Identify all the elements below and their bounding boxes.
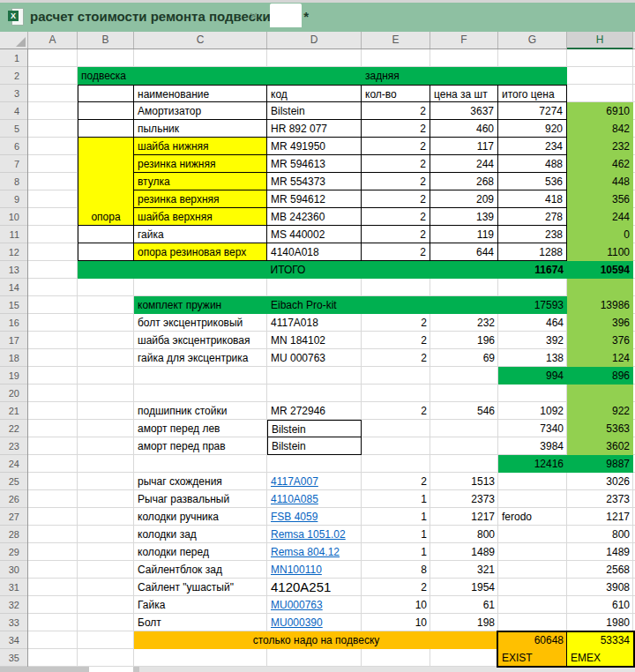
cell-C32[interactable]: Гайка xyxy=(134,596,267,614)
cell-D18[interactable]: MU 000763 xyxy=(267,349,362,367)
cell-E11[interactable]: 2 xyxy=(362,226,430,243)
row-header-14[interactable]: 14 xyxy=(0,279,27,296)
cell-F21[interactable]: 546 xyxy=(430,402,498,420)
cell-F25[interactable]: 1513 xyxy=(430,473,498,490)
row-header-29[interactable]: 29 xyxy=(0,543,27,561)
cell-E29[interactable]: 1 xyxy=(362,543,430,561)
cell-G13[interactable]: 11674 xyxy=(498,261,567,279)
cell-C3[interactable]: наименование xyxy=(134,85,267,102)
row-header-2[interactable]: 2 xyxy=(0,67,27,85)
cell-E32[interactable]: 10 xyxy=(362,596,430,614)
col-header-B[interactable]: B xyxy=(78,32,134,49)
cell-D12[interactable]: 4140A018 xyxy=(267,243,362,261)
cell-H20[interactable] xyxy=(567,385,633,402)
row-header-27[interactable]: 27 xyxy=(0,508,27,526)
row-header-1[interactable]: 1 xyxy=(0,49,27,67)
cell-C17[interactable]: шайба эксцентриковая xyxy=(134,332,267,349)
cell-H30[interactable]: 2568 xyxy=(567,561,633,579)
cell-D29[interactable]: Remsa 804.12 xyxy=(267,543,362,561)
cell-E30[interactable]: 8 xyxy=(362,561,430,579)
cell-C33[interactable]: Болт xyxy=(134,614,267,631)
cell-E7[interactable]: 2 xyxy=(362,155,430,173)
cell-H31[interactable]: 3908 xyxy=(567,579,633,596)
cell-F30[interactable]: 321 xyxy=(430,561,498,579)
cell-C34[interactable]: столько надо на подвеску xyxy=(134,631,498,649)
cell-B12[interactable] xyxy=(78,243,134,261)
cell-C7[interactable]: резинка нижняя xyxy=(134,155,267,173)
cell-D25[interactable]: 4117A007 xyxy=(267,473,362,490)
row-header-21[interactable]: 21 xyxy=(0,402,27,420)
cell-D7[interactable]: MR 594613 xyxy=(267,155,362,173)
cell-G19[interactable]: 994 xyxy=(498,367,567,385)
cell-G3[interactable]: итого цена xyxy=(498,85,567,102)
row-header-19[interactable]: 19 xyxy=(0,367,27,385)
cell-H27[interactable]: 1217 xyxy=(567,508,633,526)
new-tab-stub[interactable] xyxy=(270,4,302,27)
cell-E6[interactable]: 2 xyxy=(362,138,430,155)
cell-G9[interactable]: 418 xyxy=(498,190,567,208)
row-header-9[interactable]: 9 xyxy=(0,190,27,208)
row-header-8[interactable]: 8 xyxy=(0,173,27,190)
cell-H29[interactable]: 1489 xyxy=(567,543,633,561)
cell-H15[interactable]: 13986 xyxy=(567,296,633,314)
cell-E10[interactable]: 2 xyxy=(362,208,430,226)
cell-D27[interactable]: FSB 4059 xyxy=(267,508,362,526)
cell-H10[interactable]: 244 xyxy=(567,208,633,226)
cell-E17[interactable]: 2 xyxy=(362,332,430,349)
cell-F26[interactable]: 2373 xyxy=(430,490,498,508)
row-header-30[interactable]: 30 xyxy=(0,561,27,579)
cell-C8[interactable]: втулка xyxy=(134,173,267,190)
cell-H6[interactable]: 232 xyxy=(567,138,633,155)
cell-F10[interactable]: 139 xyxy=(430,208,498,226)
cell-D3[interactable]: код xyxy=(267,85,362,102)
row-header-31[interactable]: 31 xyxy=(0,579,27,596)
cell-H24[interactable]: 9887 xyxy=(567,455,633,473)
cell-C23[interactable]: аморт перед прав xyxy=(134,437,267,455)
cell-F5[interactable]: 460 xyxy=(430,120,498,138)
row-header-23[interactable]: 23 xyxy=(0,437,27,455)
row-header-13[interactable]: 13 xyxy=(0,261,27,279)
cell-E3[interactable]: кол-во xyxy=(362,85,430,102)
cell-F11[interactable]: 119 xyxy=(430,226,498,243)
col-header-F[interactable]: F xyxy=(430,32,498,49)
row-header-11[interactable]: 11 xyxy=(0,226,27,243)
row-header-6[interactable]: 6 xyxy=(0,138,27,155)
cell-G10[interactable]: 278 xyxy=(498,208,567,226)
cell-E2[interactable]: задняя xyxy=(362,67,567,85)
row-header-20[interactable]: 20 xyxy=(0,385,27,402)
cell-H8[interactable]: 448 xyxy=(567,173,633,190)
cell-H12[interactable]: 1100 xyxy=(567,243,633,261)
cell-D5[interactable]: HR 892 077 xyxy=(267,120,362,138)
cell-B2[interactable]: подвеска xyxy=(78,67,362,85)
cell-E33[interactable]: 10 xyxy=(362,614,430,631)
cell-F17[interactable]: 196 xyxy=(430,332,498,349)
cell-D23[interactable]: Bilstein xyxy=(267,437,362,455)
cell-B6[interactable]: опора xyxy=(78,138,134,226)
cell-C26[interactable]: Рычаг развальный xyxy=(134,490,267,508)
cell-B3[interactable] xyxy=(78,85,134,102)
row-header-24[interactable]: 24 xyxy=(0,455,27,473)
cell-C22[interactable]: аморт перед лев xyxy=(134,420,267,437)
cell-C11[interactable]: гайка xyxy=(134,226,267,243)
cell-F6[interactable]: 117 xyxy=(430,138,498,155)
cell-H33[interactable]: 1980 xyxy=(567,614,633,631)
row-header-12[interactable]: 12 xyxy=(0,243,27,261)
hscroll-thumb[interactable] xyxy=(89,667,133,672)
cell-G5[interactable]: 920 xyxy=(498,120,567,138)
cell-B11[interactable] xyxy=(78,226,134,243)
cell-H28[interactable]: 800 xyxy=(567,526,633,543)
cell-H14[interactable] xyxy=(567,279,633,296)
cell-H17[interactable]: 376 xyxy=(567,332,633,349)
cell-E27[interactable]: 1 xyxy=(362,508,430,526)
cell-D30[interactable]: MN100110 xyxy=(267,561,362,579)
cell-H7[interactable]: 462 xyxy=(567,155,633,173)
cell-B13[interactable]: ИТОГО xyxy=(78,261,498,279)
cell-C30[interactable]: Сайлентблок зад xyxy=(134,561,267,579)
cell-C5[interactable]: пыльник xyxy=(134,120,267,138)
cell-G11[interactable]: 238 xyxy=(498,226,567,243)
cell-C21[interactable]: подшипник стойки xyxy=(134,402,267,420)
cell-C28[interactable]: колодки зад xyxy=(134,526,267,543)
cell-E31[interactable]: 2 xyxy=(362,579,430,596)
cell-F32[interactable]: 61 xyxy=(430,596,498,614)
cell-E16[interactable]: 2 xyxy=(362,314,430,332)
